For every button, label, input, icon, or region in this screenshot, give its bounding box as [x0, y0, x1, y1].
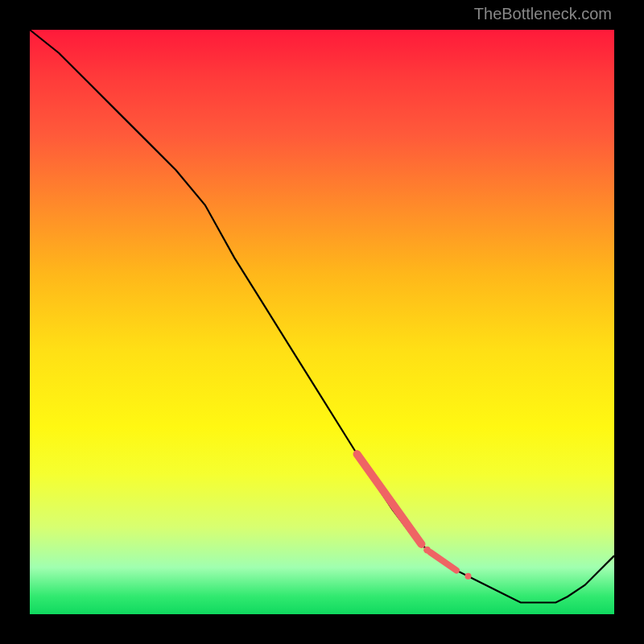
chart-plot-area: [30, 30, 614, 614]
bottleneck-curve: [30, 30, 614, 603]
watermark-text: TheBottleneck.com: [474, 5, 612, 23]
highlight-segment: [430, 552, 456, 571]
highlight-dot: [423, 547, 431, 554]
highlight-dot: [465, 573, 472, 580]
highlight-segment: [357, 454, 422, 544]
chart-frame: TheBottleneck.com: [0, 0, 644, 644]
chart-overlay-svg: [30, 30, 614, 614]
highlight-marker-layer: [357, 454, 472, 580]
